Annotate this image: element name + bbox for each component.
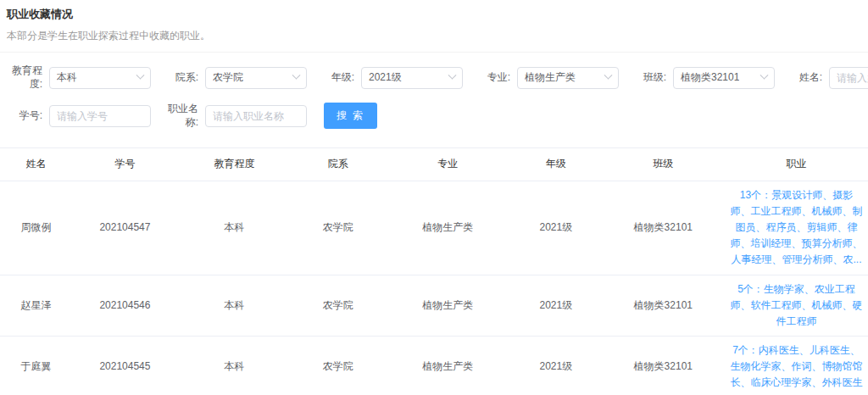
page-header: 职业收藏情况 本部分是学生在职业探索过程中收藏的职业。 bbox=[0, 0, 868, 53]
cell-education: 本科 bbox=[178, 337, 291, 395]
education-select[interactable]: 本科 bbox=[49, 67, 151, 89]
page-title: 职业收藏情况 bbox=[7, 7, 861, 22]
chevron-down-icon bbox=[292, 71, 301, 80]
cell-careers-link[interactable]: 13个：景观设计师、摄影师、工业工程师、机械师、制图员、程序员、剪辑师、律师、培… bbox=[725, 181, 868, 275]
table-row: 于庭翼 202104545 本科 农学院 植物生产类 2021级 植物类3210… bbox=[0, 337, 868, 395]
cell-student-id: 202104545 bbox=[72, 337, 178, 395]
filter-major: 专业: 植物生产类 bbox=[475, 67, 619, 89]
cell-name: 赵星泽 bbox=[0, 275, 72, 337]
filter-department: 院系: 农学院 bbox=[163, 67, 307, 89]
table-row: 周微例 202104547 本科 农学院 植物生产类 2021级 植物类3210… bbox=[0, 181, 868, 275]
filter-row-1: 教育程度: 本科 院系: 农学院 年级: 2021级 bbox=[7, 64, 861, 91]
student-id-input[interactable] bbox=[49, 105, 151, 127]
career-name-input[interactable] bbox=[205, 105, 307, 127]
career-table: 姓名 学号 教育程度 院系 专业 年级 班级 职业 周微例 202104547 … bbox=[0, 147, 868, 395]
major-label: 专业: bbox=[475, 71, 510, 85]
career-collection-page: 职业收藏情况 本部分是学生在职业探索过程中收藏的职业。 教育程度: 本科 院系:… bbox=[0, 0, 868, 395]
cell-student-id: 202104546 bbox=[72, 275, 178, 337]
cell-class: 植物类32101 bbox=[602, 181, 725, 275]
col-header-education: 教育程度 bbox=[178, 148, 291, 181]
cell-student-id: 202104547 bbox=[72, 181, 178, 275]
cell-major: 植物生产类 bbox=[386, 337, 510, 395]
filter-education: 教育程度: 本科 bbox=[7, 64, 151, 91]
filter-name: 姓名: bbox=[787, 67, 868, 89]
class-label: 班级: bbox=[631, 71, 666, 85]
department-label: 院系: bbox=[163, 71, 198, 85]
grade-label: 年级: bbox=[319, 71, 354, 85]
cell-education: 本科 bbox=[178, 275, 291, 337]
cell-class: 植物类32101 bbox=[602, 337, 725, 395]
search-button[interactable]: 搜 索 bbox=[324, 103, 377, 129]
filter-form: 教育程度: 本科 院系: 农学院 年级: 2021级 bbox=[0, 53, 868, 144]
col-header-student-id: 学号 bbox=[72, 148, 178, 181]
page-subtitle: 本部分是学生在职业探索过程中收藏的职业。 bbox=[7, 29, 861, 43]
table-header-row: 姓名 学号 教育程度 院系 专业 年级 班级 职业 bbox=[0, 148, 868, 181]
chevron-down-icon bbox=[604, 71, 613, 80]
col-header-careers: 职业 bbox=[725, 148, 868, 181]
col-header-class: 班级 bbox=[602, 148, 725, 181]
col-header-name: 姓名 bbox=[0, 148, 72, 181]
chevron-down-icon bbox=[136, 71, 145, 80]
major-select-value: 植物生产类 bbox=[525, 70, 576, 85]
cell-careers-link[interactable]: 7个：内科医生、儿科医生、生物化学家、作词、博物馆馆长、临床心理学家、外科医生 bbox=[725, 337, 868, 395]
major-select[interactable]: 植物生产类 bbox=[517, 67, 619, 89]
education-select-value: 本科 bbox=[57, 70, 77, 85]
cell-major: 植物生产类 bbox=[386, 275, 510, 337]
class-select-value: 植物类32101 bbox=[681, 70, 739, 85]
filter-class: 班级: 植物类32101 bbox=[631, 67, 775, 89]
student-id-label: 学号: bbox=[7, 109, 42, 123]
table-row: 赵星泽 202104546 本科 农学院 植物生产类 2021级 植物类3210… bbox=[0, 275, 868, 337]
cell-department: 农学院 bbox=[291, 275, 386, 337]
col-header-grade: 年级 bbox=[510, 148, 602, 181]
chevron-down-icon bbox=[448, 71, 457, 80]
grade-select-value: 2021级 bbox=[369, 70, 402, 85]
career-name-label: 职业名称: bbox=[163, 103, 198, 129]
class-select[interactable]: 植物类32101 bbox=[673, 67, 775, 89]
cell-education: 本科 bbox=[178, 181, 291, 275]
filter-grade: 年级: 2021级 bbox=[319, 67, 463, 89]
cell-grade: 2021级 bbox=[510, 337, 602, 395]
cell-department: 农学院 bbox=[291, 181, 386, 275]
department-select[interactable]: 农学院 bbox=[205, 67, 307, 89]
cell-name: 于庭翼 bbox=[0, 337, 72, 395]
filter-career-name: 职业名称: bbox=[163, 103, 307, 129]
cell-grade: 2021级 bbox=[510, 181, 602, 275]
chevron-down-icon bbox=[760, 71, 769, 80]
cell-name: 周微例 bbox=[0, 181, 72, 275]
department-select-value: 农学院 bbox=[213, 70, 243, 85]
cell-class: 植物类32101 bbox=[602, 275, 725, 337]
cell-grade: 2021级 bbox=[510, 275, 602, 337]
cell-major: 植物生产类 bbox=[386, 181, 510, 275]
col-header-major: 专业 bbox=[386, 148, 510, 181]
name-input[interactable] bbox=[829, 67, 868, 89]
filter-student-id: 学号: bbox=[7, 105, 151, 127]
education-label: 教育程度: bbox=[7, 64, 42, 91]
cell-careers-link[interactable]: 5个：生物学家、农业工程师、软件工程师、机械师、硬件工程师 bbox=[725, 275, 868, 337]
col-header-department: 院系 bbox=[291, 148, 386, 181]
grade-select[interactable]: 2021级 bbox=[361, 67, 463, 89]
filter-row-2: 学号: 职业名称: 搜 索 bbox=[7, 103, 861, 129]
name-label: 姓名: bbox=[787, 71, 822, 85]
cell-department: 农学院 bbox=[291, 337, 386, 395]
